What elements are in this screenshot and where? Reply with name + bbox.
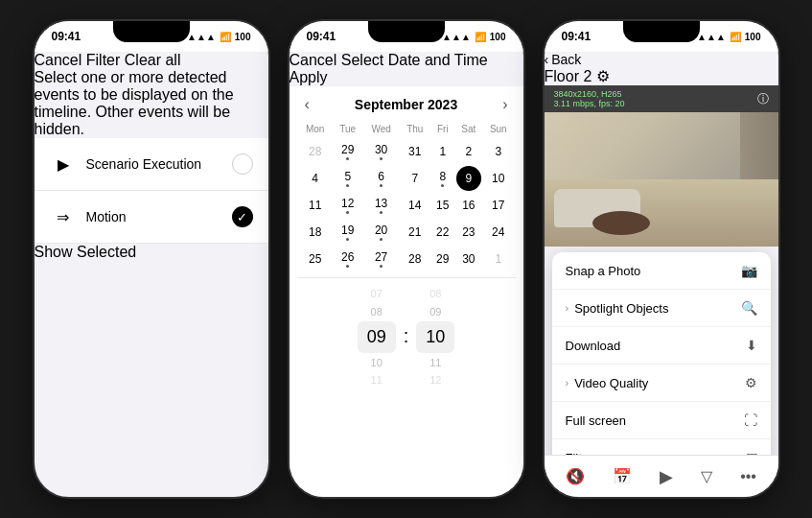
cal-day[interactable]: 11 — [299, 193, 332, 218]
selected-hour[interactable]: 09 — [358, 321, 396, 353]
cal-day[interactable]: 1 — [483, 247, 513, 271]
notch — [368, 21, 445, 42]
chevron-left-icon: ‹ — [545, 52, 549, 67]
settings-button[interactable]: ⚙ — [596, 68, 610, 84]
volume-icon[interactable]: 🔇 — [566, 467, 585, 485]
status-time-3: 09:41 — [562, 30, 592, 43]
cal-day-selected[interactable]: 9 — [456, 166, 482, 191]
menu-item-snap-photo[interactable]: Snap a Photo 📷 — [552, 252, 771, 290]
cal-day[interactable]: 25 — [299, 247, 332, 271]
cal-header-thu: Thu — [401, 121, 429, 137]
min-above2: 08 — [429, 286, 441, 302]
cal-day[interactable]: 13 — [364, 193, 399, 218]
notch — [113, 21, 190, 42]
info-icon[interactable]: ⓘ — [757, 91, 769, 107]
cal-day[interactable]: 26 — [334, 247, 362, 271]
cal-day[interactable]: 22 — [431, 220, 454, 245]
calendar-cancel-button[interactable]: Cancel — [290, 52, 337, 68]
filter-item-motion[interactable]: ⇒ Motion ✓ — [35, 191, 268, 244]
wifi-icon: 📶 — [220, 32, 231, 42]
selected-minute[interactable]: 10 — [416, 321, 454, 353]
cal-day[interactable]: 28 — [401, 247, 429, 271]
chevron-icon: › — [566, 377, 569, 388]
status-time-1: 09:41 — [52, 30, 81, 43]
cal-day[interactable]: 3 — [483, 139, 513, 164]
calendar-nav: ‹ September 2023 › — [297, 86, 516, 119]
cal-day[interactable]: 23 — [456, 220, 482, 245]
scenario-icon: ▶ — [50, 151, 77, 177]
more-icon[interactable]: ••• — [740, 468, 756, 485]
cal-day[interactable]: 19 — [334, 220, 362, 245]
cal-day[interactable]: 6 — [364, 166, 399, 191]
minute-column[interactable]: 08 09 10 11 12 — [416, 286, 454, 388]
cal-day[interactable]: 7 — [401, 166, 429, 191]
filter-list: ▶ Scenario Execution ⇒ Motion ✓ — [35, 138, 268, 244]
menu-item-download[interactable]: Download ⬇ — [552, 327, 771, 365]
fullscreen-icon: ⛶ — [744, 412, 757, 428]
bitrate-text: 3.11 mbps, fps: 20 — [554, 99, 625, 108]
calendar-title: Select Date and Time — [341, 52, 488, 68]
calendar-apply-button[interactable]: Apply — [290, 69, 328, 85]
cal-day[interactable]: 31 — [401, 139, 429, 164]
cal-day[interactable]: 4 — [299, 166, 332, 191]
next-month-button[interactable]: › — [502, 96, 507, 113]
calendar-icon[interactable]: 📅 — [613, 467, 632, 485]
cal-day[interactable]: 16 — [456, 193, 482, 218]
filter-top-bar: Cancel Filter Clear all — [35, 52, 268, 69]
filter-bottom-icon[interactable]: ▽ — [701, 467, 712, 485]
prev-month-button[interactable]: ‹ — [305, 96, 310, 113]
cal-day[interactable]: 28 — [299, 139, 332, 164]
cal-day[interactable]: 8 — [431, 166, 454, 191]
status-icons-2: ▲▲▲ 📶 100 — [442, 32, 505, 42]
clear-all-button[interactable]: Clear all — [125, 52, 181, 68]
calendar-grid: Mon Tue Wed Thu Fri Sat Sun 28 29 30 31 … — [297, 119, 516, 273]
cal-week-2: 4 5 6 7 8 9 10 — [299, 166, 514, 191]
signal-icon: ▲▲▲ — [442, 32, 471, 42]
motion-check[interactable]: ✓ — [232, 206, 253, 227]
cal-day[interactable]: 21 — [401, 220, 429, 245]
scenario-radio[interactable] — [232, 153, 253, 175]
hour-column[interactable]: 07 08 09 10 11 — [358, 286, 396, 388]
show-selected-button[interactable]: Show Selected — [35, 244, 268, 261]
cal-day[interactable]: 12 — [334, 193, 362, 218]
cal-day[interactable]: 27 — [364, 247, 399, 271]
filter-title: Filter — [86, 52, 121, 68]
status-icons-1: ▲▲▲ 📶 100 — [187, 32, 250, 42]
cal-day[interactable]: 18 — [299, 220, 332, 245]
spotlight-label: Spotlight Objects — [574, 301, 740, 316]
cal-header-sat: Sat — [456, 121, 482, 137]
cal-day[interactable]: 1 — [431, 139, 454, 164]
cal-day[interactable]: 30 — [456, 247, 482, 271]
floor-title: Floor 2 — [545, 68, 592, 84]
cal-day[interactable]: 29 — [431, 247, 454, 271]
spotlight-icon: 🔍 — [741, 300, 757, 316]
menu-item-video-quality[interactable]: › Video Quality ⚙ — [552, 365, 771, 402]
calendar-container: ‹ September 2023 › Mon Tue Wed Thu Fri S… — [290, 86, 523, 497]
hour-below: 10 — [371, 355, 383, 371]
cal-day[interactable]: 15 — [431, 193, 454, 218]
play-icon[interactable]: ▶ — [660, 466, 673, 487]
hour-above: 08 — [371, 304, 383, 320]
filter-item-scenario[interactable]: ▶ Scenario Execution — [35, 138, 268, 191]
cal-day[interactable]: 5 — [334, 166, 362, 191]
cal-day[interactable]: 24 — [483, 220, 513, 245]
cancel-button[interactable]: Cancel — [35, 52, 82, 68]
menu-item-spotlight[interactable]: › Spotlight Objects 🔍 — [552, 290, 771, 327]
cal-day[interactable]: 29 — [334, 139, 362, 164]
back-button[interactable]: ‹ Back — [545, 52, 778, 67]
settings-icon: ⚙ — [745, 375, 757, 390]
cal-day[interactable]: 17 — [483, 193, 513, 218]
fullscreen-label: Full screen — [566, 413, 744, 428]
cal-day[interactable]: 2 — [456, 139, 482, 164]
cal-day[interactable]: 10 — [483, 166, 513, 191]
menu-item-fullscreen[interactable]: Full screen ⛶ — [552, 402, 771, 439]
cal-day[interactable]: 20 — [364, 220, 399, 245]
status-icons-3: ▲▲▲ 📶 100 — [697, 32, 760, 42]
cal-day[interactable]: 30 — [364, 139, 399, 164]
cal-day[interactable]: 14 — [401, 193, 429, 218]
context-menu: Snap a Photo 📷 › Spotlight Objects 🔍 Dow… — [552, 252, 771, 476]
video-quality-label: Video Quality — [574, 376, 744, 390]
camera-view — [545, 112, 778, 247]
min-above: 09 — [429, 304, 441, 320]
phone-camera: 09:41 ▲▲▲ 📶 100 ‹ Back Floor 2 ⚙ 3840x21… — [543, 19, 780, 499]
